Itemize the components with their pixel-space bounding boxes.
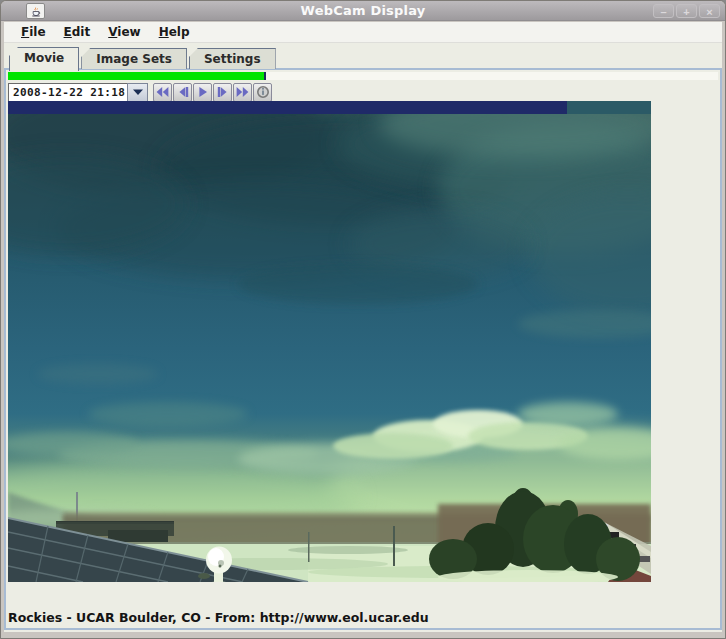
movie-progress-marker — [264, 72, 266, 80]
info-button[interactable] — [253, 83, 272, 102]
webcam-scene — [8, 114, 651, 582]
status-label: Rockies - UCAR Boulder, CO - From: http:… — [8, 610, 429, 625]
movie-tab-panel: 2008-12-22 21:18:00Z — [4, 68, 722, 630]
menu-view[interactable]: View — [99, 23, 149, 41]
webcam-image: http://www.eol.ucar.edu/webcam NCAR Foot… — [8, 101, 651, 582]
time-combobox-value[interactable]: 2008-12-22 21:18:00Z — [8, 83, 127, 102]
time-combobox-dropdown-button[interactable] — [127, 83, 148, 102]
tab-settings[interactable]: Settings — [189, 48, 276, 69]
rewind-icon — [156, 86, 169, 98]
menu-help[interactable]: Help — [150, 23, 199, 41]
chevron-down-icon — [132, 88, 144, 96]
step-back-icon — [177, 86, 189, 98]
playback-controls: 2008-12-22 21:18:00Z — [8, 82, 272, 102]
info-icon — [256, 85, 270, 99]
play-button[interactable] — [193, 83, 212, 102]
time-combobox: 2008-12-22 21:18:00Z — [8, 83, 148, 102]
menu-edit[interactable]: Edit — [55, 23, 100, 41]
step-forward-icon — [217, 86, 229, 98]
step-forward-button[interactable] — [213, 83, 232, 102]
fast-forward-icon — [236, 86, 249, 98]
tab-image-sets[interactable]: Image Sets — [81, 48, 187, 69]
minimize-button[interactable]: – — [653, 4, 674, 18]
movie-progress-track[interactable] — [8, 72, 718, 80]
menu-bar: File Edit View Help — [4, 22, 722, 43]
title-bar[interactable]: WebCam Display – + × — [1, 1, 725, 21]
tab-movie[interactable]: Movie — [9, 47, 79, 71]
window-controls: – + × — [653, 4, 720, 18]
tab-bar: Movie Image Sets Settings — [9, 47, 276, 71]
menu-file[interactable]: File — [12, 23, 55, 41]
rewind-button[interactable] — [153, 83, 172, 102]
step-back-button[interactable] — [173, 83, 192, 102]
maximize-button[interactable]: + — [676, 4, 697, 18]
play-icon — [197, 86, 208, 98]
fast-forward-button[interactable] — [233, 83, 252, 102]
webcam-display-window: WebCam Display – + × File Edit View Help… — [0, 0, 726, 639]
close-button[interactable]: × — [699, 4, 720, 18]
window-title: WebCam Display — [1, 3, 725, 18]
main-panel: Movie Image Sets Settings 2008-12-22 21:… — [4, 43, 722, 632]
playback-button-row — [153, 83, 272, 102]
movie-progress-fill — [8, 72, 264, 80]
webcam-overlay-bar: http://www.eol.ucar.edu/webcam NCAR Foot… — [8, 101, 567, 114]
